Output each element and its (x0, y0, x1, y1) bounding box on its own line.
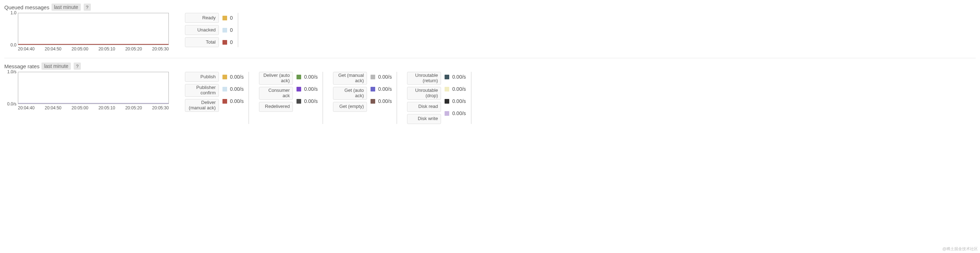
y-axis: 1.0 0.0 (4, 13, 18, 45)
legend-value-row: 0.00/s (296, 84, 318, 94)
legend-group: Get (manual ack)Get (auto ack)Get (empty… (333, 72, 397, 124)
legend-swatch-icon (296, 87, 301, 92)
section-body: 1.0 0.0 20:04:4020:04:5020:05:0020:05:10… (4, 13, 976, 51)
legend-group: ReadyUnackedTotal000 (185, 13, 238, 47)
x-tick: 20:04:50 (45, 106, 62, 111)
y-tick: 0.0/s (7, 101, 16, 106)
legend-value: 0.00/s (230, 98, 243, 104)
legend-group: Unroutable (return)Unroutable (drop)Disk… (407, 72, 471, 124)
legend-swatch-icon (371, 87, 375, 92)
legend-value: 0.00/s (378, 86, 391, 92)
legend-swatch-icon (371, 75, 375, 79)
legend-label[interactable]: Consumer ack (259, 87, 293, 100)
legend-swatch-icon (223, 28, 227, 33)
help-icon[interactable]: ? (84, 3, 91, 11)
x-axis: 20:04:4020:04:5020:05:0020:05:1020:05:20… (18, 106, 169, 111)
legend-value: 0 (230, 39, 233, 45)
legend-value: 0 (230, 27, 233, 33)
chart-line-total (18, 44, 169, 45)
legend-value: 0.00/s (378, 74, 391, 80)
chart-rates: 1.0/s 0.0/s 20:04:4020:04:5020:05:0020:0… (4, 72, 169, 111)
legend-value-row: 0.00/s (445, 84, 466, 94)
x-tick: 20:05:30 (152, 46, 169, 51)
section-header: Queued messages last minute ? (4, 3, 976, 11)
y-tick: 1.0 (10, 10, 16, 15)
x-tick: 20:05:20 (125, 106, 142, 111)
legend-value-row: 0.00/s (445, 72, 466, 82)
legend-value-row: 0.00/s (223, 84, 243, 94)
legend-label[interactable]: Disk read (407, 102, 441, 112)
x-tick: 20:05:00 (72, 106, 88, 111)
legend-value: 0.00/s (378, 98, 391, 104)
section-header: Message rates last minute ? (4, 63, 976, 70)
legend-value-row: 0.00/s (296, 72, 318, 82)
legend-value-row: 0.00/s (371, 96, 391, 106)
legend-swatch-icon (223, 40, 227, 45)
x-tick: 20:04:40 (18, 46, 35, 51)
legend-swatch-icon (445, 87, 449, 92)
legend-swatch-icon (223, 87, 227, 92)
legend-value-row: 0.00/s (371, 72, 391, 82)
y-tick: 0.0 (10, 43, 16, 47)
help-icon[interactable]: ? (74, 63, 81, 70)
legend-swatch-icon (296, 99, 301, 104)
section-title: Message rates (4, 63, 39, 69)
legend-label[interactable]: Total (185, 37, 219, 47)
legend-label[interactable]: Publish (185, 72, 219, 82)
legend-swatch-icon (445, 75, 449, 79)
legend-value: 0 (230, 15, 233, 21)
legend-value-row: 0.00/s (445, 96, 466, 106)
chart-line-flat (18, 103, 169, 104)
legend-value-row: 0.00/s (371, 84, 391, 94)
chart-plot-area[interactable] (18, 72, 169, 104)
legend-value-row: 0.00/s (296, 96, 318, 106)
time-range-tag[interactable]: last minute (41, 63, 71, 70)
section-message-rates: Message rates last minute ? 1.0/s 0.0/s … (4, 63, 976, 130)
legend-swatch-icon (371, 99, 375, 104)
legend-label[interactable]: Ready (185, 13, 219, 23)
legend-value-row: 0.00/s (223, 96, 243, 106)
legend-value: 0.00/s (304, 86, 318, 92)
chart-queued: 1.0 0.0 20:04:4020:04:5020:05:0020:05:10… (4, 13, 169, 51)
legend-value: 0.00/s (452, 98, 466, 104)
legend-label[interactable]: Disk write (407, 114, 441, 124)
legend-label[interactable]: Redelivered (259, 102, 293, 112)
section-body: 1.0/s 0.0/s 20:04:4020:04:5020:05:0020:0… (4, 72, 976, 124)
legend-value: 0.00/s (452, 74, 466, 80)
legend-area: PublishPublisher confirmDeliver (manual … (185, 72, 471, 124)
legend-label[interactable]: Unroutable (drop) (407, 87, 441, 100)
y-tick: 1.0/s (7, 69, 16, 74)
x-tick: 20:05:20 (125, 46, 142, 51)
legend-label[interactable]: Deliver (manual ack) (185, 99, 219, 112)
legend-swatch-icon (223, 75, 227, 79)
legend-value: 0.00/s (452, 111, 466, 116)
legend-swatch-icon (296, 75, 301, 79)
y-axis: 1.0/s 0.0/s (4, 72, 18, 104)
chart-plot-area[interactable] (18, 13, 169, 45)
legend-label[interactable]: Get (auto ack) (333, 87, 367, 100)
legend-label[interactable]: Get (empty) (333, 102, 367, 112)
legend-label[interactable]: Unacked (185, 25, 219, 35)
x-tick: 20:05:00 (72, 46, 88, 51)
x-axis: 20:04:4020:04:5020:05:0020:05:1020:05:20… (18, 46, 169, 51)
x-tick: 20:04:40 (18, 106, 35, 111)
legend-value: 0.00/s (304, 98, 318, 104)
time-range-tag[interactable]: last minute (51, 3, 81, 11)
legend-value-row: 0 (223, 25, 233, 35)
x-tick: 20:04:50 (45, 46, 62, 51)
legend-group: Deliver (auto ack)Consumer ackRedelivere… (259, 72, 323, 124)
section-title: Queued messages (4, 4, 49, 10)
legend-value-row: 0 (223, 13, 233, 23)
x-tick: 20:05:30 (152, 106, 169, 111)
legend-label[interactable]: Publisher confirm (185, 84, 219, 97)
x-tick: 20:05:10 (99, 106, 115, 111)
legend-label[interactable]: Deliver (auto ack) (259, 72, 293, 85)
section-queued-messages: Queued messages last minute ? 1.0 0.0 20… (4, 3, 976, 58)
legend-value: 0.00/s (230, 86, 243, 92)
legend-label[interactable]: Unroutable (return) (407, 72, 441, 85)
legend-swatch-icon (445, 99, 449, 104)
legend-area: ReadyUnackedTotal000 (185, 13, 238, 47)
legend-value: 0.00/s (452, 86, 466, 92)
legend-swatch-icon (445, 111, 449, 116)
legend-label[interactable]: Get (manual ack) (333, 72, 367, 85)
